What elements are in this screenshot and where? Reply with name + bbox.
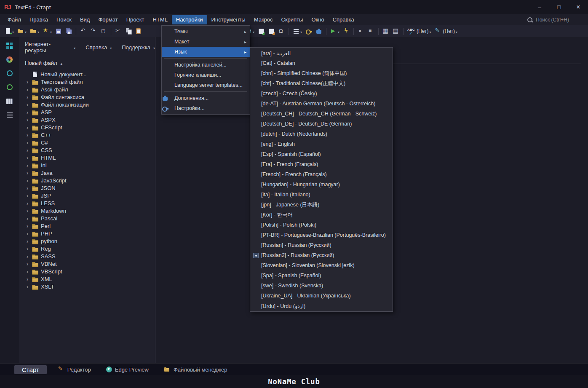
expand-chevron-icon[interactable]	[25, 124, 30, 131]
tree-item[interactable]: XSLT	[19, 283, 155, 290]
expand-chevron-icon[interactable]	[25, 79, 30, 85]
favorites-button[interactable]	[41, 26, 53, 36]
expand-chevron-icon[interactable]	[25, 230, 30, 237]
panel-tab-support[interactable]: Поддержка	[122, 41, 155, 54]
close-button[interactable]: ×	[569, 0, 588, 14]
language-item[interactable]: [dutch] - Dutch (Nederlands)	[250, 129, 393, 139]
tree-item[interactable]: python	[19, 237, 155, 245]
tree-item[interactable]: LESS	[19, 199, 155, 207]
tree-item[interactable]: JavaScript	[19, 177, 155, 184]
menu-settings[interactable]: Настройки	[172, 15, 207, 24]
copy-button[interactable]	[124, 26, 133, 36]
settings-menu-item-options[interactable]: Настройки...	[162, 103, 250, 113]
record-macro-button[interactable]	[356, 26, 366, 36]
language-item[interactable]: [cht] - Traditional Chinese(正體中文)	[250, 78, 393, 88]
tree-item[interactable]: Ascii-файл	[19, 86, 155, 93]
language-item[interactable]: [Deutsch_DE] - Deutsch_DE (German)	[250, 119, 393, 129]
language-item[interactable]: [Esp] - Spanish (Español)	[250, 149, 393, 159]
table-tools-button[interactable]	[391, 26, 401, 36]
language-item[interactable]: [Kor] - 한국어	[250, 210, 393, 220]
menu-format[interactable]: Формат	[94, 15, 122, 24]
text-format-caret-icon[interactable]	[300, 27, 302, 35]
tree-item[interactable]: Java	[19, 169, 155, 177]
tree-item[interactable]: C++	[19, 131, 155, 139]
tree-item[interactable]: Ini	[19, 161, 155, 169]
save-all-button[interactable]	[64, 26, 73, 36]
tree-item[interactable]: C#	[19, 139, 155, 146]
settings-menu-item-panels[interactable]: Настройка панелей...	[162, 60, 250, 70]
undo-button[interactable]	[79, 26, 88, 36]
menu-html[interactable]: HTML	[148, 15, 171, 24]
menu-help[interactable]: Справка	[329, 15, 358, 24]
expand-chevron-icon[interactable]	[25, 155, 30, 161]
language-item[interactable]: [jpn] - Japanese (日本語)	[250, 200, 393, 210]
settings-menu-item-hotkeys[interactable]: Горячие клавиши...	[162, 70, 250, 80]
language-item[interactable]: [Russian] - Russian (Русский)	[250, 240, 393, 250]
paste-button[interactable]	[134, 26, 143, 36]
web-resources-button[interactable]	[3, 68, 16, 78]
bottom-tab-start[interactable]: Старт	[14, 365, 47, 374]
tree-item[interactable]: Pascal	[19, 214, 155, 222]
tree-item[interactable]: VBScript	[19, 268, 155, 275]
expand-chevron-icon[interactable]	[25, 170, 30, 176]
expand-chevron-icon[interactable]	[25, 102, 30, 108]
menu-find[interactable]: Поиск	[52, 15, 76, 24]
bottom-tab-file-manager[interactable]: Файловый менеджер	[160, 365, 232, 374]
search-input[interactable]	[536, 17, 582, 23]
new-file-section-header[interactable]: Новый файл	[19, 56, 155, 69]
expand-chevron-icon[interactable]	[25, 147, 30, 153]
bottom-tab-edge-preview[interactable]: Edge Preview	[102, 365, 153, 374]
stop-macro-button[interactable]	[366, 26, 376, 36]
search-box[interactable]	[527, 16, 582, 24]
language-item[interactable]: [chn] - Simplified Chinese (简体中国)	[250, 68, 393, 78]
language-item[interactable]: [Urdu] - Urdu (اردو)	[250, 301, 393, 311]
history-button[interactable]	[99, 26, 108, 36]
settings-menu-item-lang-server[interactable]: Language server templates...	[162, 80, 250, 90]
menu-edit[interactable]: Правка	[25, 15, 52, 24]
language-item[interactable]: [Deutsch_CH] - Deutsch_CH (German - Schw…	[250, 109, 393, 119]
run-caret-icon[interactable]	[338, 27, 339, 35]
tree-item[interactable]: JSP	[19, 192, 155, 199]
expand-chevron-icon[interactable]	[25, 215, 30, 222]
tree-item[interactable]: PHP	[19, 230, 155, 237]
open-file-button[interactable]	[16, 26, 28, 36]
tree-item[interactable]: Файл локализации	[19, 101, 155, 108]
collapse-icon[interactable]	[61, 60, 63, 66]
spellcheck-caret-icon[interactable]	[430, 27, 431, 35]
settings-menu-item-themes[interactable]: Темы	[162, 27, 250, 37]
expand-chevron-icon[interactable]	[25, 117, 30, 123]
favorites-caret-icon[interactable]	[50, 27, 52, 35]
highlight-style-button[interactable]: (Нет)	[433, 26, 459, 36]
expand-chevron-icon[interactable]	[25, 200, 30, 206]
tree-item[interactable]: ASP	[19, 108, 155, 116]
tree-item[interactable]: ASPX	[19, 116, 155, 123]
tree-item[interactable]: CFScript	[19, 123, 155, 131]
language-item[interactable]: [ita] - Italian (Italiano)	[250, 190, 393, 200]
expand-chevron-icon[interactable]	[25, 139, 30, 146]
menu-macro[interactable]: Макрос	[250, 15, 277, 24]
expand-chevron-icon[interactable]	[25, 261, 30, 267]
new-file-caret-icon[interactable]	[12, 27, 14, 35]
language-item[interactable]: [Spa] - Spanish (Español)	[250, 270, 393, 281]
expand-chevron-icon[interactable]	[25, 276, 30, 282]
settings-menu-item-language[interactable]: Язык	[162, 47, 250, 57]
open-recent-button[interactable]	[29, 26, 40, 36]
language-item[interactable]: [de-AT] - Austrian German (Deutsch - Öst…	[250, 99, 393, 109]
expand-chevron-icon[interactable]	[25, 268, 30, 275]
quick-run-button[interactable]	[342, 26, 351, 36]
web-publish-button[interactable]	[3, 82, 16, 92]
language-item[interactable]: [PT-BR] - Portuguese-Brazilian (Portuguê…	[250, 230, 393, 240]
import-page-button[interactable]	[267, 26, 276, 36]
menu-scripts[interactable]: Скрипты	[277, 15, 307, 24]
panel-tab-internet-resources[interactable]: Интернет-ресурсы	[25, 41, 75, 54]
settings-menu-item-addons[interactable]: Дополнения...	[162, 93, 250, 103]
minimize-button[interactable]: –	[530, 0, 549, 14]
open-file-caret-icon[interactable]	[25, 27, 27, 35]
expand-chevron-icon[interactable]	[25, 208, 30, 214]
text-format-button[interactable]	[291, 26, 303, 36]
tree-item[interactable]: Markdown	[19, 207, 155, 214]
menu-window[interactable]: Окно	[307, 15, 328, 24]
expand-chevron-icon[interactable]	[25, 238, 30, 244]
open-recent-caret-icon[interactable]	[37, 27, 39, 35]
expand-chevron-icon[interactable]	[25, 177, 30, 184]
